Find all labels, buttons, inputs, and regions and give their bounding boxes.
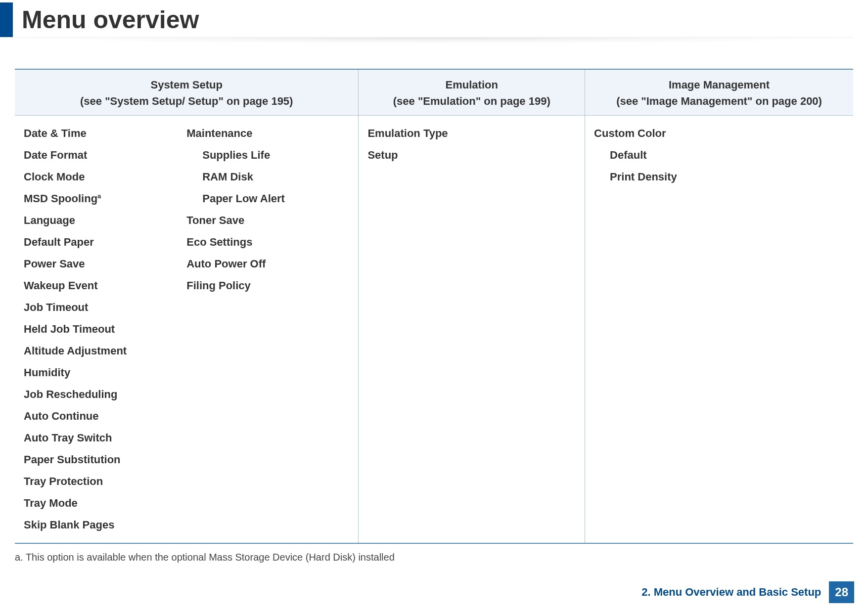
content-area: System Setup (see "System Setup/ Setup" … [0, 69, 868, 544]
col-header-system-setup: System Setup (see "System Setup/ Setup" … [15, 69, 359, 116]
footnote: a. This option is available when the opt… [0, 544, 868, 563]
menu-item: Paper Substitution [24, 449, 186, 471]
system-setup-col1: Date & Time Date Format Clock Mode MSD S… [24, 123, 186, 536]
col-title: Emulation [446, 79, 498, 91]
col-subtitle: (see "Emulation" on page 199) [364, 93, 580, 109]
menu-item: Toner Save [186, 210, 349, 231]
menu-item-text: MSD Spooling [24, 192, 97, 205]
menu-item: Date Format [24, 144, 186, 166]
footer-chapter: 2. Menu Overview and Basic Setup [641, 586, 821, 599]
menu-item: Date & Time [24, 123, 186, 144]
title-accent-block [0, 2, 13, 37]
menu-item: Auto Tray Switch [24, 427, 186, 449]
col-subtitle: (see "Image Management" on page 200) [590, 93, 848, 109]
title-divider [15, 37, 853, 44]
menu-subitem: RAM Disk [186, 166, 349, 188]
menu-item: Emulation Type [367, 123, 576, 144]
menu-item: Skip Blank Pages [24, 514, 186, 536]
menu-item: Tray Mode [24, 492, 186, 514]
menu-item: Eco Settings [186, 231, 349, 253]
menu-overview-table: System Setup (see "System Setup/ Setup" … [15, 69, 853, 544]
col-title: System Setup [150, 79, 223, 91]
menu-item: Auto Continue [24, 405, 186, 427]
col-subtitle: (see "System Setup/ Setup" on page 195) [20, 93, 353, 109]
page-number: 28 [829, 581, 854, 603]
menu-subitem: Print Density [594, 166, 844, 188]
menu-item: Wakeup Event [24, 275, 186, 297]
menu-item: Auto Power Off [186, 253, 349, 275]
page-title: Menu overview [22, 5, 199, 34]
page-footer: 2. Menu Overview and Basic Setup 28 [641, 581, 854, 603]
menu-item: Job Rescheduling [24, 384, 186, 405]
menu-item: Job Timeout [24, 297, 186, 318]
menu-subitem: Default [594, 144, 844, 166]
header-bar: Menu overview [0, 2, 868, 37]
menu-item: Tray Protection [24, 471, 186, 492]
menu-item: Altitude Adjustment [24, 340, 186, 362]
col-title: Image Management [669, 79, 770, 91]
menu-subitem: Supplies Life [186, 144, 349, 166]
col-header-emulation: Emulation (see "Emulation" on page 199) [359, 69, 585, 116]
menu-item: Humidity [24, 362, 186, 384]
menu-item: Default Paper [24, 231, 186, 253]
menu-item: MSD Spoolinga [24, 188, 186, 210]
menu-item: Power Save [24, 253, 186, 275]
footnote-marker: a [97, 192, 101, 200]
image-management-cell: Custom Color Default Print Density [585, 116, 853, 544]
system-setup-col2: Maintenance Supplies Life RAM Disk Paper… [186, 123, 349, 536]
menu-item: Held Job Timeout [24, 318, 186, 340]
menu-subitem: Paper Low Alert [186, 188, 349, 210]
footnote-text: This option is available when the option… [26, 552, 395, 563]
menu-item: Clock Mode [24, 166, 186, 188]
system-setup-cell: Date & Time Date Format Clock Mode MSD S… [15, 116, 359, 544]
menu-item: Language [24, 210, 186, 231]
menu-item: Setup [367, 144, 576, 166]
menu-item: Filing Policy [186, 275, 349, 297]
footnote-marker-label: a. [15, 552, 23, 563]
menu-item: Custom Color [594, 123, 844, 144]
menu-item: Maintenance [186, 123, 349, 144]
emulation-cell: Emulation Type Setup [359, 116, 585, 544]
col-header-image-management: Image Management (see "Image Management"… [585, 69, 853, 116]
